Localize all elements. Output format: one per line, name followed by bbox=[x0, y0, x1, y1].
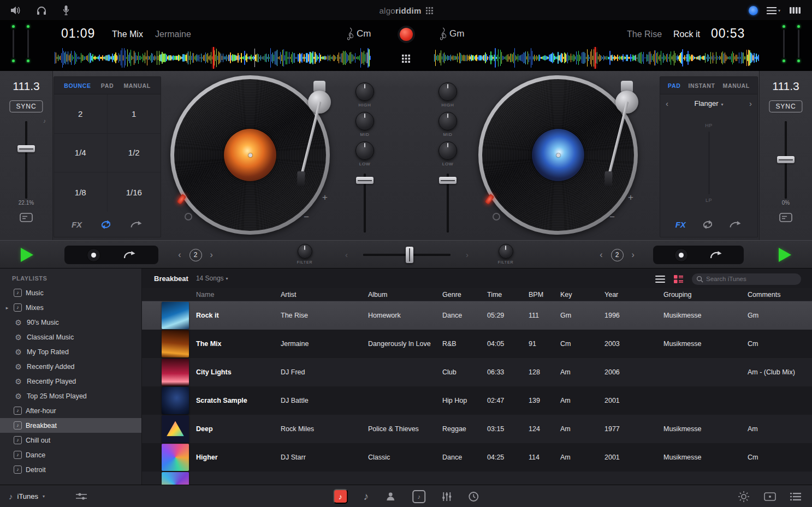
song-row[interactable]: Rock it The Rise Homework Dance 05:29 11… bbox=[142, 301, 812, 330]
eq-mid-knob-a[interactable] bbox=[355, 112, 374, 130]
pad-cell[interactable]: 1/8 bbox=[54, 172, 108, 212]
pad-cell[interactable]: 2 bbox=[54, 94, 108, 134]
playlist-item[interactable]: ⚙ Top 25 Most Played bbox=[0, 389, 141, 403]
history-clock-icon[interactable] bbox=[468, 491, 479, 502]
list-view-icon[interactable] bbox=[655, 276, 665, 283]
display-mode-icon[interactable] bbox=[20, 213, 33, 224]
record-button[interactable] bbox=[398, 26, 415, 43]
pitch-bend-plus-b[interactable]: + bbox=[628, 192, 633, 203]
speaker-icon[interactable] bbox=[10, 6, 21, 15]
song-count[interactable]: 14 Songs▾ bbox=[196, 275, 228, 282]
song-row[interactable]: City Lights DJ Fred Club 06:33 128 Am 20… bbox=[142, 358, 812, 386]
eq-low-knob-b[interactable] bbox=[438, 141, 457, 160]
menu-icon[interactable]: ▾ bbox=[767, 7, 780, 14]
pad-cell[interactable]: 1 bbox=[108, 94, 161, 134]
search-field[interactable] bbox=[692, 273, 801, 285]
albums-icon[interactable]: ♪ bbox=[412, 490, 425, 503]
column-header[interactable]: Year bbox=[587, 291, 647, 299]
playlist-item[interactable]: ⚙ Classical Music bbox=[0, 330, 141, 344]
strobe-button-b[interactable] bbox=[493, 213, 500, 220]
column-header[interactable]: Genre bbox=[440, 291, 483, 299]
playlist-item[interactable]: ⚙ Recently Played bbox=[0, 374, 141, 389]
playlist-item[interactable]: ▸ ♪ Mixes bbox=[0, 300, 141, 315]
brightness-icon[interactable] bbox=[738, 491, 750, 503]
loop-decrease-icon-b[interactable]: ‹ bbox=[600, 250, 602, 260]
playlist-item[interactable]: ♪ Dance bbox=[0, 448, 141, 462]
sync-button-a[interactable]: SYNC bbox=[9, 100, 43, 112]
crossfade-left-icon[interactable]: ‹ bbox=[345, 250, 348, 259]
pitch-bend-plus-a[interactable]: + bbox=[322, 192, 328, 203]
playlist-item[interactable]: ⚙ 90's Music bbox=[0, 315, 141, 330]
play-button-a[interactable] bbox=[21, 248, 33, 262]
song-row[interactable]: Higher DJ Starr Classic Dance 04:25 114 … bbox=[142, 443, 812, 472]
grid-snap-icon[interactable] bbox=[402, 55, 410, 64]
pitch-slider-b[interactable] bbox=[760, 121, 812, 199]
volume-fader-a[interactable] bbox=[343, 174, 387, 232]
eq-high-knob-b[interactable] bbox=[438, 82, 457, 101]
strobe-button-a[interactable] bbox=[185, 213, 192, 220]
play-button-b[interactable] bbox=[779, 248, 791, 262]
sync-button-b[interactable]: SYNC bbox=[769, 100, 802, 112]
column-header[interactable]: Artist bbox=[278, 291, 366, 299]
pad-cell[interactable]: 1/4 bbox=[54, 134, 108, 173]
playlist-item[interactable]: ♪ Breakbeat bbox=[0, 418, 141, 433]
playlist-item[interactable]: ♪ Detroit bbox=[0, 462, 141, 477]
playlist-item[interactable]: ♪ Chill out bbox=[0, 433, 141, 448]
effect-xy-zone[interactable]: HP LP bbox=[660, 112, 757, 212]
effect-next-icon[interactable]: › bbox=[749, 99, 752, 108]
library-source-label[interactable]: iTunes bbox=[17, 492, 39, 500]
tonearm-b[interactable] bbox=[609, 81, 644, 198]
loop-icon-b[interactable] bbox=[701, 220, 714, 229]
pitch-bend-minus-b[interactable]: − bbox=[609, 212, 615, 223]
cue-set-button-a[interactable] bbox=[87, 248, 100, 262]
tab-instant[interactable]: INSTANT bbox=[688, 82, 715, 89]
column-header[interactable]: Grouping bbox=[647, 291, 734, 299]
playlist-item[interactable]: ♪ Music bbox=[0, 285, 141, 300]
loop-increase-icon-b[interactable]: › bbox=[632, 250, 635, 260]
tab-pad-a[interactable]: PAD bbox=[101, 82, 114, 89]
grid-view-icon[interactable] bbox=[674, 275, 683, 283]
disclosure-icon[interactable]: ▸ bbox=[4, 305, 10, 311]
search-input[interactable] bbox=[706, 276, 797, 282]
playlist-item[interactable]: ♪ After-hour bbox=[0, 403, 141, 418]
column-header[interactable]: Key bbox=[547, 291, 587, 299]
loop-length-b[interactable]: 2 bbox=[611, 249, 624, 261]
crossfade-right-icon[interactable]: › bbox=[466, 250, 469, 259]
cue-jump-icon-b[interactable] bbox=[709, 250, 722, 260]
video-out-icon[interactable] bbox=[764, 492, 776, 501]
pad-cell[interactable]: 1/2 bbox=[108, 134, 161, 173]
slip-icon-a[interactable] bbox=[130, 220, 143, 228]
mixer-settings-icon[interactable] bbox=[75, 492, 87, 500]
cue-set-button-b[interactable] bbox=[674, 248, 688, 262]
filter-knob-a[interactable] bbox=[298, 244, 312, 259]
artists-icon[interactable] bbox=[384, 491, 396, 502]
headphones-icon[interactable] bbox=[36, 5, 47, 15]
loop-increase-icon-a[interactable]: › bbox=[210, 250, 213, 260]
waveform-deck-a[interactable] bbox=[55, 47, 374, 69]
eq-high-knob-a[interactable] bbox=[355, 82, 374, 101]
tab-manual-a[interactable]: MANUAL bbox=[123, 82, 150, 89]
filter-knob-b[interactable] bbox=[499, 244, 513, 259]
songs-icon[interactable]: ♪ bbox=[364, 491, 369, 503]
column-header-row[interactable]: Name Artist Album Genre Time BPM Key Yea… bbox=[142, 288, 812, 301]
column-header[interactable]: Album bbox=[366, 291, 440, 299]
pad-cell[interactable]: 1/16 bbox=[108, 172, 161, 212]
column-header[interactable]: Comments bbox=[734, 291, 812, 299]
playlist-item[interactable]: ⚙ Recently Added bbox=[0, 359, 141, 374]
microphone-icon[interactable] bbox=[62, 5, 70, 16]
pitch-slider-a[interactable] bbox=[0, 121, 52, 199]
eq-mid-knob-b[interactable] bbox=[438, 112, 457, 130]
song-row[interactable]: Deep Rock Miles Police & Thieves Reggae … bbox=[142, 415, 812, 443]
playlist-item[interactable]: ⚙ My Top Rated bbox=[0, 344, 141, 359]
song-row[interactable]: Scratch Sample DJ Battle Hip Hop 02:47 1… bbox=[142, 386, 812, 415]
tab-pad-b[interactable]: PAD bbox=[668, 82, 680, 89]
slip-icon-b[interactable] bbox=[729, 220, 742, 228]
song-row[interactable]: The Mix Jermaine Dangerously In Love R&B… bbox=[142, 330, 812, 358]
columns-view-icon[interactable] bbox=[789, 7, 801, 14]
loop-decrease-icon-a[interactable]: ‹ bbox=[178, 250, 181, 260]
column-header[interactable]: BPM bbox=[517, 291, 547, 299]
fx-button-b[interactable]: FX bbox=[675, 220, 686, 229]
cue-jump-icon-a[interactable] bbox=[123, 250, 136, 260]
status-dot-icon[interactable] bbox=[749, 6, 758, 15]
loop-icon-a[interactable] bbox=[99, 220, 112, 229]
